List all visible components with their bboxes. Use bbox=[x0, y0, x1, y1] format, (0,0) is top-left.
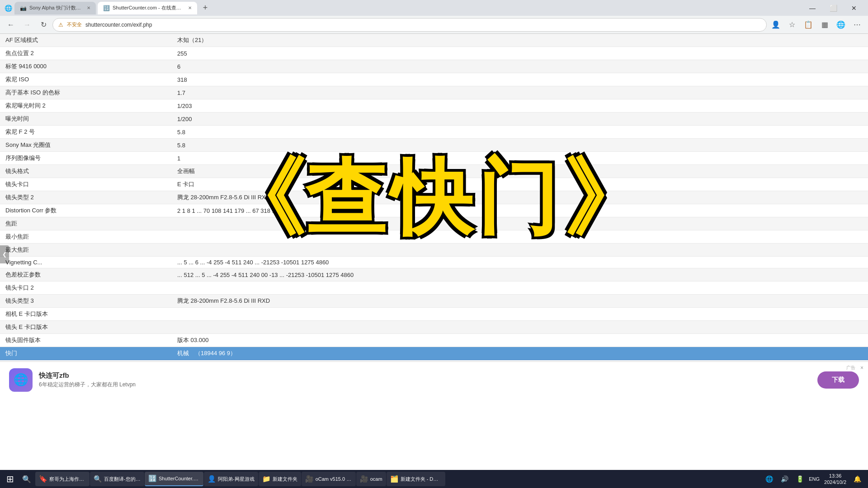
field-value: 6 bbox=[172, 60, 868, 73]
taskbar-app-7-label: ocam bbox=[370, 476, 382, 482]
taskbar-app-8[interactable]: 🗂️ 新建文件夹 - DSC... bbox=[387, 472, 445, 486]
field-label: 序列图像编号 bbox=[0, 152, 172, 165]
nav-bar: ← → ↻ ⚠ 不安全 shuttercounter.com/exif.php … bbox=[0, 16, 868, 34]
field-label: 镜头 E 卡口版本 bbox=[0, 321, 172, 334]
taskbar-app-1[interactable]: 🔖 察哥为上海作#... bbox=[35, 472, 90, 486]
table-row: 标签 9416 0000 6 bbox=[0, 60, 868, 73]
field-value: ... 5 ... 6 ... -4 255 -4 511 240 ... -2… bbox=[172, 257, 868, 268]
field-label: 索尼 ISO bbox=[0, 73, 172, 86]
taskbar-sound-icon[interactable]: 🔊 bbox=[778, 473, 791, 485]
field-label: Sony Max 光圈值 bbox=[0, 139, 172, 152]
close-button[interactable]: ✕ bbox=[844, 1, 864, 15]
forward-button[interactable]: → bbox=[20, 18, 34, 32]
table-row: Vignetting C... ... 5 ... 6 ... -4 255 -… bbox=[0, 257, 868, 268]
table-row: Distortion Corr 参数 2 1 8 1 ... 70 108 14… bbox=[0, 204, 868, 217]
taskbar-app-3-icon: 🔢 bbox=[148, 474, 157, 483]
tab-active-close-btn[interactable]: ✕ bbox=[188, 5, 192, 10]
taskbar-app-5-label: 新建文件夹 bbox=[273, 476, 297, 483]
field-value: 1/200 bbox=[172, 113, 868, 126]
tab-icon: 📷 bbox=[20, 5, 27, 11]
table-row: 相机 E 卡口版本 bbox=[0, 308, 868, 321]
field-value bbox=[172, 282, 868, 295]
back-button[interactable]: ← bbox=[4, 18, 18, 32]
start-button[interactable]: ⊞ bbox=[2, 471, 18, 487]
security-badge: 不安全 bbox=[67, 21, 82, 28]
taskbar-app-4[interactable]: 👤 阿阳弟-网星游戏 bbox=[204, 472, 258, 486]
ad-banner: × 广告 🌐 快连可zfb 6年稳定运营的梯子，大家都在用 Letvpn 下载 bbox=[0, 361, 868, 398]
security-icon: ⚠ bbox=[58, 22, 63, 28]
table-row: 镜头固件版本 版本 03.000 bbox=[0, 334, 868, 347]
add-tab-button[interactable]: + bbox=[199, 2, 212, 14]
field-value: ... 512 ... 5 ... -4 255 -4 511 240 00 -… bbox=[172, 268, 868, 282]
taskbar-app-8-label: 新建文件夹 - DSC... bbox=[401, 476, 442, 483]
taskbar-app-6-icon: 🎥 bbox=[305, 475, 314, 483]
collections-icon[interactable]: 📋 bbox=[801, 18, 816, 32]
extension-icon[interactable]: 🌐 bbox=[834, 18, 848, 32]
taskbar-app-8-icon: 🗂️ bbox=[390, 475, 399, 483]
taskbar-network-icon[interactable]: 🌐 bbox=[763, 473, 775, 485]
field-label: 色差校正参数 bbox=[0, 268, 172, 282]
taskbar-right-area: 🌐 🔊 🔋 ENG 13:36 2024/10/2 🔔 bbox=[763, 473, 866, 486]
field-label: 焦点位置 2 bbox=[0, 47, 172, 60]
field-value: 2 1 8 1 ... 70 108 141 179 ... 67 318 ..… bbox=[172, 204, 868, 217]
reload-button[interactable]: ↻ bbox=[36, 18, 51, 32]
url-text: shuttercounter.com/exif.php bbox=[85, 22, 152, 28]
profile-icon[interactable]: 👤 bbox=[769, 18, 783, 32]
ad-text: 快连可zfb 6年稳定运营的梯子，大家都在用 Letvpn bbox=[39, 371, 811, 389]
taskbar-app-1-label: 察哥为上海作#... bbox=[49, 476, 86, 483]
field-label-highlighted: 快门 bbox=[0, 347, 172, 360]
taskbar-app-6[interactable]: 🎥 oCam v515.0 实... bbox=[302, 472, 356, 486]
search-taskbar-button[interactable]: 🔍 bbox=[19, 471, 35, 487]
tab-bar-container: 🌐 📷 Sony Alpha 快门计数工具 ✕ 🔢 ShutterCounter… bbox=[0, 0, 868, 16]
taskbar-app-4-icon: 👤 bbox=[208, 475, 216, 483]
field-label: 镜头固件版本 bbox=[0, 334, 172, 347]
field-value: 5.8 bbox=[172, 126, 868, 139]
tab-close-btn[interactable]: ✕ bbox=[87, 5, 90, 10]
taskbar-app-3[interactable]: 🔢 ShutterCounter.c... bbox=[145, 472, 203, 486]
ad-label: 广告 bbox=[846, 365, 855, 371]
field-value: 版本 03.000 bbox=[172, 334, 868, 347]
content-area: AF 区域模式 木知（21） 焦点位置 2 255 标签 9416 0000 6… bbox=[0, 34, 868, 361]
tab-active-icon: 🔢 bbox=[103, 5, 110, 11]
field-label: 相机 E 卡口版本 bbox=[0, 308, 172, 321]
table-row: 索尼 F 2 号 5.8 bbox=[0, 126, 868, 139]
tab-active[interactable]: 🔢 ShutterCounter.com - 在线查断#... ✕ bbox=[98, 2, 197, 14]
field-label: 高于基本 ISO 的色标 bbox=[0, 86, 172, 99]
field-label: Distortion Corr 参数 bbox=[0, 204, 172, 217]
ad-download-button[interactable]: 下载 bbox=[817, 371, 859, 389]
taskbar-app-6-label: oCam v515.0 实... bbox=[316, 476, 352, 483]
field-label: 镜头卡口 bbox=[0, 178, 172, 191]
field-label: 最小焦距 bbox=[0, 230, 172, 244]
field-label: 镜头格式 bbox=[0, 165, 172, 178]
table-row: 最大焦距 bbox=[0, 244, 868, 257]
favorites-icon[interactable]: ☆ bbox=[785, 18, 799, 32]
taskbar-app-7[interactable]: 🎥 ocam bbox=[356, 472, 386, 486]
table-row: 镜头卡口 2 bbox=[0, 282, 868, 295]
field-value: 1/203 bbox=[172, 99, 868, 113]
taskbar-app-5-icon: 📁 bbox=[262, 475, 271, 483]
table-row: 高于基本 ISO 的色标 1.7 bbox=[0, 86, 868, 99]
field-label: AF 区域模式 bbox=[0, 34, 172, 47]
more-icon[interactable]: ⋯ bbox=[850, 18, 864, 32]
table-row: 曝光时间 1/200 bbox=[0, 113, 868, 126]
ad-subtitle: 6年稳定运营的梯子，大家都在用 Letvpn bbox=[39, 381, 811, 389]
minimize-button[interactable]: — bbox=[802, 1, 823, 15]
maximize-button[interactable]: ⬜ bbox=[823, 1, 844, 15]
ad-icon-container: 🌐 bbox=[9, 368, 33, 392]
table-row: 色差校正参数 ... 512 ... 5 ... -4 255 -4 511 2… bbox=[0, 268, 868, 282]
exif-table: AF 区域模式 木知（21） 焦点位置 2 255 标签 9416 0000 6… bbox=[0, 34, 868, 361]
exif-table-container: AF 区域模式 木知（21） 焦点位置 2 255 标签 9416 0000 6… bbox=[0, 34, 868, 361]
taskbar-app-1-icon: 🔖 bbox=[39, 475, 47, 483]
scroll-left-indicator[interactable]: ❮ bbox=[0, 245, 9, 263]
sidebar-icon[interactable]: ▦ bbox=[817, 18, 832, 32]
field-value: E 卡口 bbox=[172, 178, 868, 191]
ad-close-button[interactable]: × bbox=[860, 365, 863, 371]
browser-window: 🌐 📷 Sony Alpha 快门计数工具 ✕ 🔢 ShutterCounter… bbox=[0, 0, 868, 398]
taskbar-clock[interactable]: 13:36 2024/10/2 bbox=[822, 473, 848, 486]
taskbar-app-2[interactable]: 🔍 百度翻译-您的国际... bbox=[90, 472, 144, 486]
taskbar-app-4-label: 阿阳弟-网星游戏 bbox=[218, 476, 255, 483]
tab-inactive[interactable]: 📷 Sony Alpha 快门计数工具 ✕ bbox=[14, 2, 96, 14]
taskbar-notification-icon[interactable]: 🔔 bbox=[851, 473, 863, 485]
taskbar-battery-icon[interactable]: 🔋 bbox=[793, 473, 806, 485]
taskbar-app-5[interactable]: 📁 新建文件夹 bbox=[259, 472, 301, 486]
